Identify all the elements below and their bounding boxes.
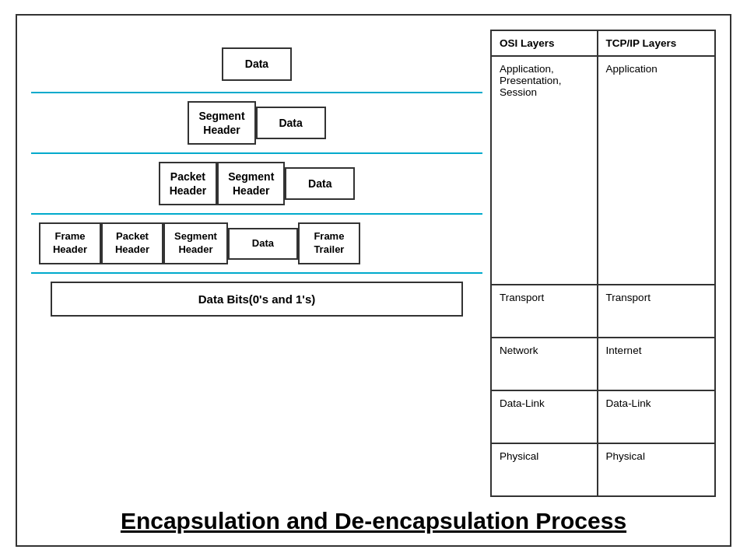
tcpip-network: Internet (598, 338, 715, 390)
tcpip-datalink: Data-Link (598, 390, 715, 443)
application-row: Data (31, 37, 482, 93)
segment-header-box-network: SegmentHeader (217, 162, 285, 205)
tcpip-column-header: TCP/IP Layers (598, 30, 715, 56)
tcpip-physical: Physical (598, 443, 715, 496)
osi-network: Network (491, 338, 598, 390)
osi-application: Application,Presentation,Session (491, 56, 598, 285)
frame-trailer-box: FrameTrailer (298, 222, 360, 264)
bits-box: Data Bits(0's and 1's) (51, 282, 463, 317)
table-row-network: Network Internet (491, 338, 715, 390)
osi-datalink: Data-Link (491, 390, 598, 443)
table-row-application: Application,Presentation,Session Applica… (491, 56, 715, 285)
datalink-data-box: Data (228, 228, 298, 260)
osi-table-container: OSI Layers TCP/IP Layers Application,Pre… (490, 30, 716, 497)
packet-header-box-datalink: PacketHeader (101, 222, 163, 264)
osi-column-header: OSI Layers (491, 30, 598, 56)
packet-header-box-network: PacketHeader (159, 162, 217, 205)
segment-header-box-datalink: SegmentHeader (163, 222, 228, 264)
page-title: Encapsulation and De-encapsulation Proce… (31, 497, 716, 537)
datalink-row: FrameHeader PacketHeader SegmentHeader D… (31, 215, 482, 274)
physical-row: Data Bits(0's and 1's) (31, 274, 482, 324)
network-data-box: Data (285, 167, 355, 200)
transport-data-box: Data (256, 107, 326, 139)
osi-transport: Transport (491, 285, 598, 338)
main-container: Data SegmentHeader Data PacketHeader Seg… (16, 14, 731, 547)
left-diagram: Data SegmentHeader Data PacketHeader Seg… (31, 30, 482, 497)
tcpip-transport: Transport (598, 285, 715, 338)
network-row: PacketHeader SegmentHeader Data (31, 154, 482, 215)
tcpip-application: Application (598, 56, 715, 285)
segment-header-box: SegmentHeader (188, 101, 255, 145)
osi-physical: Physical (491, 443, 598, 496)
table-row-datalink: Data-Link Data-Link (491, 390, 715, 443)
top-section: Data SegmentHeader Data PacketHeader Seg… (31, 30, 716, 497)
osi-table: OSI Layers TCP/IP Layers Application,Pre… (490, 30, 716, 497)
table-row-transport: Transport Transport (491, 285, 715, 338)
application-data-box: Data (222, 47, 292, 80)
transport-row: SegmentHeader Data (31, 93, 482, 154)
frame-header-box: FrameHeader (39, 222, 101, 264)
table-row-physical: Physical Physical (491, 443, 715, 496)
